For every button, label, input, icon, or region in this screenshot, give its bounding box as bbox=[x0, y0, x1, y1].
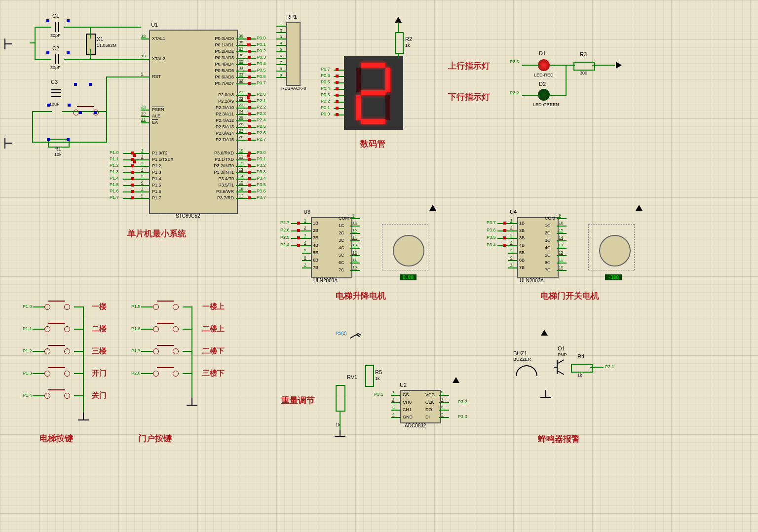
node bbox=[248, 164, 251, 167]
pin-text: 1B bbox=[519, 221, 525, 226]
button-floor-3[interactable] bbox=[39, 369, 74, 378]
net-label: P3.2 bbox=[257, 163, 266, 168]
pin-num: 7 bbox=[141, 187, 143, 191]
section-floor-buttons: 门户按键 bbox=[138, 433, 172, 444]
button-floor-2[interactable] bbox=[39, 346, 74, 355]
wire bbox=[90, 27, 91, 38]
section-down-led: 下行指示灯 bbox=[448, 91, 490, 103]
pin-num: 11 bbox=[239, 154, 243, 159]
pin-stub bbox=[141, 179, 149, 180]
pin-num: 16 bbox=[352, 221, 357, 225]
pin-text: PSEN bbox=[152, 107, 164, 112]
wire bbox=[106, 76, 107, 143]
pin-text: P2.1/A9 bbox=[218, 99, 234, 104]
button-hall-0[interactable] bbox=[148, 302, 183, 311]
net-label: P2.0 bbox=[257, 92, 266, 97]
pin-text: 2B bbox=[519, 228, 525, 233]
wire bbox=[32, 142, 106, 143]
net-label: P0.5 bbox=[257, 68, 266, 73]
pin-num: 8 bbox=[441, 390, 443, 394]
button-floor-4[interactable] bbox=[39, 391, 74, 400]
net-label: P1.2 bbox=[23, 348, 32, 353]
pin-text: P3.3/INT1 bbox=[214, 170, 234, 175]
pin-stub bbox=[141, 191, 149, 192]
pin-text: P0.4/AD4 bbox=[215, 62, 234, 67]
pin-stub bbox=[439, 402, 449, 403]
pin-text: 5C bbox=[545, 253, 551, 258]
pin-stub bbox=[236, 159, 256, 160]
pin-text: P3.7/RD bbox=[217, 195, 234, 200]
button-hall-2[interactable] bbox=[148, 346, 183, 355]
pin-stub bbox=[391, 417, 400, 418]
r4-val: 1k bbox=[577, 373, 582, 378]
pin-stub bbox=[508, 238, 517, 239]
net-label: P1.6 bbox=[110, 189, 119, 193]
pin-num: 9 bbox=[352, 213, 354, 218]
button-hall-1[interactable] bbox=[148, 324, 183, 333]
wire bbox=[141, 306, 153, 307]
pin-num: 36 bbox=[239, 53, 243, 57]
pin-text: EA bbox=[152, 120, 158, 125]
pin-num: 14 bbox=[559, 235, 563, 240]
wire bbox=[33, 329, 44, 330]
wire bbox=[549, 95, 567, 96]
potentiometer-rv1[interactable] bbox=[336, 385, 345, 412]
pin-num: 5 bbox=[441, 412, 443, 417]
pin-text: DO bbox=[425, 407, 432, 412]
pin-num: 11 bbox=[352, 258, 357, 262]
pin-num: 30 bbox=[141, 111, 146, 115]
wire bbox=[74, 373, 84, 374]
resistor-r4 bbox=[571, 364, 593, 373]
net-p23: P2.3 bbox=[510, 59, 519, 64]
pin-stub bbox=[236, 45, 256, 46]
button-floor-1[interactable] bbox=[39, 324, 74, 333]
d2-ref: D2 bbox=[539, 81, 546, 87]
node bbox=[46, 51, 49, 54]
pin-text: 4C bbox=[339, 245, 344, 250]
buzzer-icon bbox=[516, 365, 537, 376]
node bbox=[247, 96, 250, 99]
pin-stub bbox=[236, 185, 256, 186]
section-elev-buttons: 电梯按键 bbox=[39, 433, 73, 444]
pin-stub bbox=[141, 172, 149, 173]
pin-text: 3B bbox=[519, 235, 525, 240]
button-hall-3[interactable] bbox=[148, 369, 183, 378]
pin-text: 5C bbox=[339, 253, 344, 258]
wire bbox=[566, 65, 567, 96]
pin-num: 10 bbox=[559, 265, 563, 269]
pin-stub bbox=[236, 140, 256, 141]
pin-text: 4C bbox=[545, 245, 551, 250]
net-label: P2.5 bbox=[280, 235, 290, 240]
pin-text: P2.5/A13 bbox=[216, 124, 234, 129]
button-label: 一楼 bbox=[92, 302, 107, 311]
net-label: P3.5 bbox=[257, 182, 266, 187]
net-label: P0.6 bbox=[257, 74, 266, 79]
wire bbox=[35, 59, 51, 60]
node bbox=[297, 244, 300, 247]
node bbox=[297, 222, 300, 225]
resistor-r3 bbox=[573, 62, 595, 71]
pin-text: 3C bbox=[545, 238, 551, 243]
wire bbox=[83, 306, 84, 413]
pin-stub bbox=[141, 159, 149, 160]
pin-stub bbox=[302, 230, 311, 231]
pin-text: 6C bbox=[339, 260, 344, 265]
net-label: P2.7 bbox=[280, 220, 290, 225]
node bbox=[503, 222, 506, 225]
c3-ref: C3 bbox=[51, 79, 58, 85]
pin-text: 7C bbox=[339, 267, 344, 272]
button-floor-0[interactable] bbox=[39, 302, 74, 311]
pin-text: 3C bbox=[339, 238, 344, 243]
pin-stub bbox=[141, 185, 149, 186]
net-label: P2.6 bbox=[257, 130, 266, 135]
node bbox=[248, 76, 251, 78]
node bbox=[67, 19, 70, 22]
pin-num: 10 bbox=[239, 148, 243, 152]
node bbox=[47, 104, 50, 107]
net-label: P0.1 bbox=[321, 105, 330, 110]
reset-button[interactable] bbox=[68, 108, 103, 116]
rp1-val: RESPACK-8 bbox=[281, 86, 306, 91]
pin-stub bbox=[236, 191, 256, 192]
pin-stub bbox=[302, 267, 311, 268]
pin-stub bbox=[141, 198, 149, 199]
